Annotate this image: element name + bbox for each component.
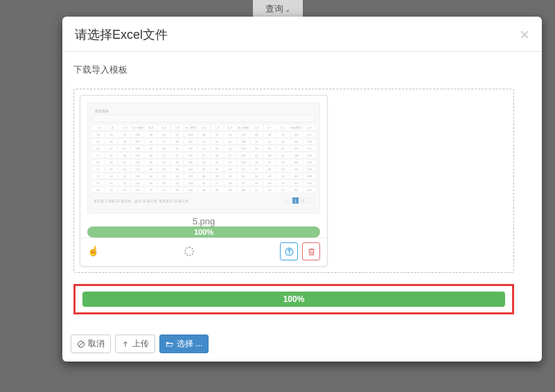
modal-title: 请选择Excel文件 bbox=[75, 26, 168, 43]
file-delete-button[interactable] bbox=[302, 242, 320, 260]
file-thumbnail: 自定报表 一月二月三月第一季度四月五月六月第二季度七月八月九月第三季度十月十一十… bbox=[87, 103, 320, 213]
thumb-pagination: ‹12› bbox=[285, 197, 314, 204]
file-upload-button[interactable] bbox=[280, 242, 298, 260]
modal-body: 下载导入模板 自定报表 一月二月三月第一季度四月五月六月第二季度七月八月九月第三… bbox=[62, 52, 542, 329]
close-icon[interactable]: × bbox=[520, 26, 529, 43]
file-card-actions: ☝ bbox=[80, 238, 327, 266]
chevron-down-icon: ⌄ bbox=[285, 6, 290, 13]
download-template-link[interactable]: 下载导入模板 bbox=[73, 64, 127, 76]
upload-arrow-icon bbox=[121, 340, 130, 348]
pointer-icon: ☝ bbox=[87, 246, 98, 257]
trash-icon bbox=[307, 247, 316, 256]
cancel-button[interactable]: 取消 bbox=[71, 335, 111, 353]
svg-line-2 bbox=[79, 342, 83, 346]
upload-icon bbox=[285, 247, 294, 256]
main-progress-bar: 100% bbox=[82, 292, 505, 307]
modal-dialog: 请选择Excel文件 × 下载导入模板 自定报表 一月二月三月第一季度四月五月六… bbox=[62, 17, 542, 362]
spinner-icon bbox=[184, 247, 194, 256]
cancel-icon bbox=[77, 340, 85, 348]
upload-button[interactable]: 上传 bbox=[115, 335, 155, 353]
select-button[interactable]: 选择 ... bbox=[159, 335, 209, 353]
highlighted-progress-area: 100% bbox=[73, 284, 514, 314]
file-card: 自定报表 一月二月三月第一季度四月五月六月第二季度七月八月九月第三季度十月十一十… bbox=[80, 95, 328, 267]
dropzone[interactable]: 自定报表 一月二月三月第一季度四月五月六月第二季度七月八月九月第三季度十月十一十… bbox=[73, 89, 514, 273]
thumb-footer-text: 显示第 1 到第 10 条记录，总共 20 条记录 每页显示 10 条记录 bbox=[94, 199, 188, 203]
query-button[interactable]: 查询⌄ bbox=[253, 0, 303, 18]
file-progress-bar: 100% bbox=[87, 226, 320, 238]
file-name: 5.png bbox=[80, 215, 327, 226]
query-label: 查询 bbox=[265, 3, 283, 14]
modal-header: 请选择Excel文件 × bbox=[62, 17, 542, 52]
folder-open-icon bbox=[166, 340, 174, 348]
modal-footer: 取消 上传 选择 ... bbox=[62, 329, 542, 362]
thumb-title: 自定报表 bbox=[92, 107, 315, 114]
